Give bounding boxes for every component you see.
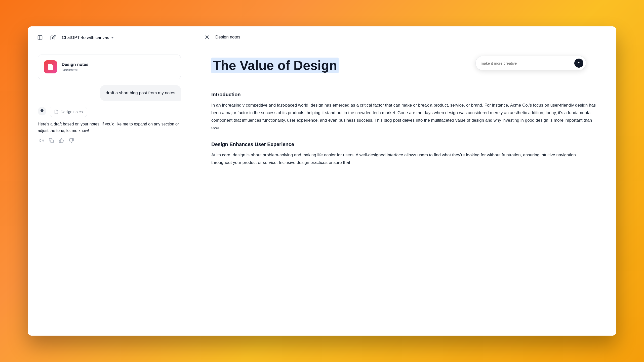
chat-content: Design notes Document draft a short blog… [28, 47, 191, 336]
svg-rect-0 [38, 36, 42, 40]
svg-rect-5 [51, 140, 54, 143]
doc-type: Document [62, 68, 89, 72]
floating-edit-input-wrapper [475, 56, 586, 70]
chevron-down-icon [111, 37, 114, 38]
close-icon [204, 34, 210, 40]
doc-icon [44, 60, 57, 73]
openai-logo-icon [39, 109, 45, 114]
copy-icon [49, 138, 54, 143]
canvas-title: Design notes [215, 35, 240, 40]
ai-response: Design notes Here's a draft based on you… [38, 107, 181, 143]
intro-heading: Introduction [211, 92, 596, 98]
intro-text: In an increasingly competitive and fast-… [211, 102, 596, 131]
blog-title[interactable]: The Value of Design [211, 58, 339, 73]
thumbs-down-button[interactable] [69, 138, 74, 143]
right-header: Design notes [191, 26, 616, 46]
thumbs-up-button[interactable] [59, 138, 64, 143]
section1-text: At its core, design is about problem-sol… [211, 151, 596, 166]
left-panel: ChatGPT 4o with canvas Design notes Do [28, 26, 191, 336]
doc-ref-icon [54, 110, 59, 114]
copy-button[interactable] [49, 138, 54, 143]
thumbs-up-icon [59, 138, 64, 143]
blog-title-wrapper: The Value of Design [211, 58, 339, 73]
ai-header-row: Design notes [38, 107, 181, 117]
design-notes-ref-button[interactable]: Design notes [50, 107, 87, 117]
thumbs-down-icon [69, 138, 74, 143]
arrow-up-icon [577, 61, 581, 65]
floating-edit-input[interactable] [481, 61, 572, 65]
user-message: draft a short blog post from my notes [100, 85, 181, 101]
feedback-row [38, 138, 181, 143]
audio-feedback-button[interactable] [39, 138, 44, 143]
model-selector[interactable]: ChatGPT 4o with canvas [62, 35, 114, 40]
new-chat-button[interactable] [49, 33, 57, 42]
ai-avatar [38, 107, 46, 115]
left-header: ChatGPT 4o with canvas [28, 26, 191, 47]
audio-icon [39, 138, 44, 143]
close-button[interactable] [203, 33, 211, 41]
section1-heading: Design Enhances User Experience [211, 142, 596, 147]
svg-marker-4 [39, 139, 41, 142]
sidebar-toggle-button[interactable] [36, 33, 44, 42]
doc-info: Design notes Document [62, 62, 89, 72]
ai-response-text: Here's a draft based on your notes. If y… [38, 121, 181, 134]
doc-name: Design notes [62, 62, 89, 67]
app-window: ChatGPT 4o with canvas Design notes Do [28, 26, 616, 336]
right-panel: Design notes The Value of Design [191, 26, 616, 336]
document-icon [47, 63, 54, 70]
doc-card[interactable]: Design notes Document [38, 55, 181, 79]
canvas-content: The Value of Design Introduction In an i… [191, 46, 616, 336]
floating-submit-button[interactable] [574, 59, 583, 68]
